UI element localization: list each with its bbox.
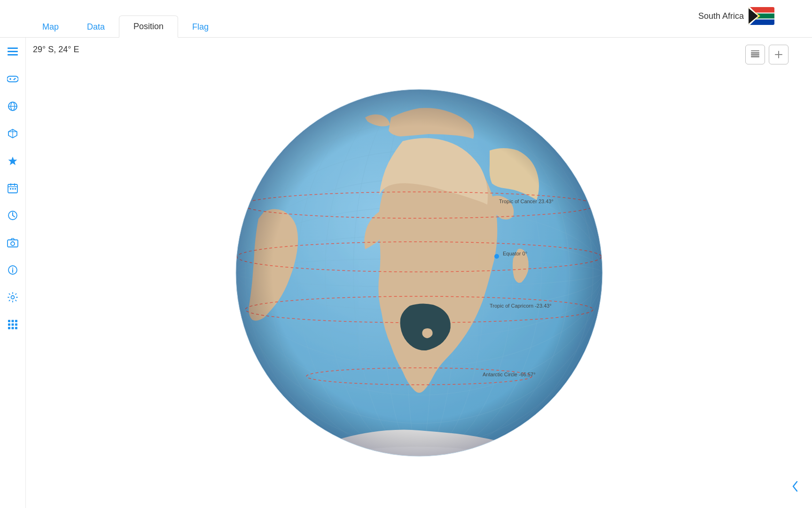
svg-rect-17 [7, 76, 18, 82]
svg-rect-33 [10, 188, 11, 190]
info-icon[interactable] [3, 261, 22, 279]
svg-point-40 [11, 242, 15, 246]
layers-button[interactable] [745, 45, 765, 64]
country-label: South Africa [698, 7, 774, 25]
tab-map[interactable]: Map [28, 16, 73, 38]
svg-rect-11 [751, 50, 759, 51]
country-name: South Africa [698, 11, 744, 21]
svg-rect-16 [8, 54, 18, 56]
svg-rect-8 [751, 52, 759, 54]
svg-rect-14 [8, 48, 18, 49]
calendar-icon[interactable] [3, 179, 22, 198]
coordinates: 29° S, 24° E [33, 45, 79, 55]
add-button[interactable] [769, 45, 789, 64]
star-icon[interactable] [3, 151, 22, 170]
clock-icon[interactable] [3, 206, 22, 225]
svg-rect-13 [775, 54, 782, 55]
map-controls [745, 45, 789, 64]
globe-icon[interactable] [3, 97, 22, 116]
gamepad-icon[interactable] [3, 70, 22, 88]
globe-svg: Tropic of Cancer 23.43° Equator 0° Tropi… [226, 80, 612, 466]
globe-wrapper[interactable]: Tropic of Cancer 23.43° Equator 0° Tropi… [226, 80, 612, 466]
svg-rect-10 [751, 56, 759, 57]
svg-rect-51 [8, 327, 10, 329]
svg-rect-15 [8, 51, 18, 52]
svg-point-43 [12, 268, 13, 269]
svg-point-75 [236, 89, 602, 456]
svg-rect-52 [12, 327, 14, 329]
svg-rect-9 [751, 54, 759, 56]
tab-position[interactable]: Position [119, 16, 178, 38]
tab-data[interactable]: Data [73, 16, 119, 38]
svg-rect-19 [10, 78, 11, 80]
svg-point-44 [11, 296, 15, 299]
country-flag [749, 7, 774, 25]
svg-rect-47 [15, 320, 17, 322]
camera-icon[interactable] [3, 233, 22, 252]
svg-rect-46 [12, 320, 14, 322]
svg-point-21 [14, 79, 15, 80]
settings-icon[interactable] [3, 288, 22, 307]
header: Map Data Position Flag [0, 0, 812, 38]
svg-line-38 [13, 215, 15, 217]
svg-rect-45 [8, 320, 10, 322]
svg-rect-50 [15, 324, 17, 326]
svg-rect-53 [15, 327, 17, 329]
svg-rect-35 [15, 188, 16, 190]
cube-icon[interactable] [3, 124, 22, 143]
svg-rect-48 [8, 324, 10, 326]
sidebar [0, 0, 26, 508]
svg-marker-28 [8, 157, 17, 165]
tab-flag[interactable]: Flag [178, 16, 223, 38]
collapse-button[interactable] [788, 479, 803, 494]
globe-container: Tropic of Cancer 23.43° Equator 0° Tropi… [26, 38, 812, 508]
svg-rect-34 [12, 188, 14, 190]
apps-icon[interactable] [3, 315, 22, 334]
list-icon[interactable] [3, 42, 22, 61]
svg-rect-49 [12, 324, 14, 326]
